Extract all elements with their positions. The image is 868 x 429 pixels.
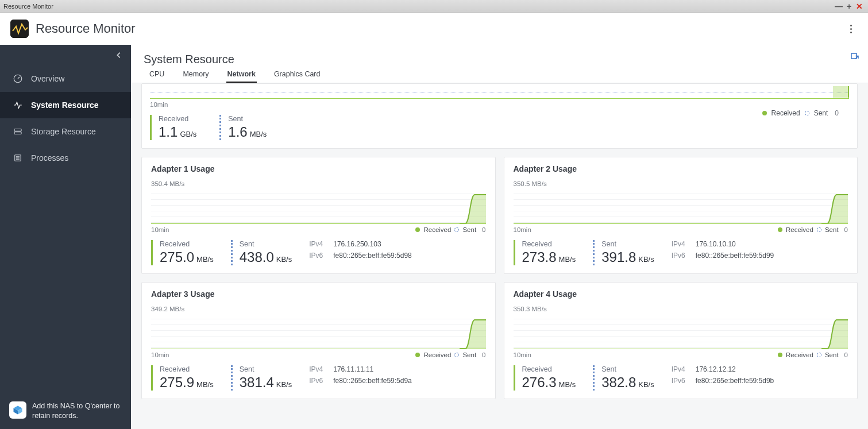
storage-icon (13, 126, 23, 137)
adapter-card: Adapter 1 Usage 350.4 MB/s 10min Receive… (141, 157, 496, 274)
adapter-ip-block: IPv4176.10.10.10 IPv6fe80::265e:beff:fe5… (672, 240, 774, 263)
tab-memory[interactable]: Memory (182, 67, 210, 83)
legend-received-label: Received (423, 226, 451, 233)
legend-received-label: Received (423, 351, 451, 358)
time-axis-label: 10min (150, 101, 168, 108)
adapter-ip-block: IPv4176.12.12.12 IPv6fe80::265e:beff:fe5… (672, 365, 774, 388)
pulse-icon (13, 100, 23, 110)
ipv6-label: IPv6 (672, 377, 689, 385)
detach-icon (850, 52, 860, 62)
adapter-title: Adapter 1 Usage (151, 164, 486, 173)
stat-label: Sent (601, 240, 654, 248)
sidebar-item-overview[interactable]: Overview (0, 65, 131, 92)
stat-value: 275.9 (160, 374, 194, 390)
ipv4-label: IPv4 (672, 365, 689, 373)
stat-value: 273.8 (522, 249, 557, 265)
adapter-sent-stat: Sent 382.8KB/s (593, 365, 654, 391)
ipv6-value: fe80::265e:beff:fe59:5d9a (333, 377, 412, 385)
stat-unit: KB/s (638, 255, 654, 264)
tab-bar: CPU Memory Network Graphics Card (131, 66, 868, 83)
stat-label: Received (522, 240, 576, 248)
stat-value: 276.3 (522, 374, 557, 390)
ipv6-value: fe80::265e:beff:fe59:5d9b (696, 377, 774, 385)
sidebar-item-processes[interactable]: Processes (0, 145, 131, 171)
detach-window-button[interactable] (847, 49, 862, 64)
received-legend-icon (415, 353, 420, 357)
stat-unit: KB/s (276, 380, 292, 389)
stat-unit: MB/s (196, 380, 214, 389)
stat-unit: MB/s (559, 380, 576, 389)
legend-sent-label: Sent (462, 351, 476, 358)
chart-legend: Received Sent 0 (778, 226, 848, 233)
adapter-ip-block: IPv4176.11.11.11 IPv6fe80::265e:beff:fe5… (309, 365, 412, 388)
sent-legend-icon (454, 353, 459, 357)
ipv4-value: 176.11.11.11 (333, 365, 373, 373)
adapter-card: Adapter 4 Usage 350.3 MB/s 10min Receive… (504, 282, 858, 399)
sent-legend-icon (817, 353, 821, 357)
overall-chart (150, 86, 849, 99)
legend-zero-label: 0 (835, 109, 839, 117)
sidebar-collapse-button[interactable] (0, 45, 131, 65)
ipv6-value: fe80::265e:beff:fe59:5d99 (696, 252, 774, 260)
chart-legend: Received Sent 0 (415, 226, 485, 233)
time-axis-label: 10min (151, 351, 169, 358)
sidebar-item-label: Processes (31, 153, 68, 163)
more-menu-button[interactable] (844, 22, 858, 36)
legend-zero-label: 0 (482, 351, 485, 358)
tab-cpu[interactable]: CPU (148, 67, 165, 83)
received-legend-icon (778, 353, 782, 357)
overall-sent-stat: Sent 1.6MB/s (219, 115, 267, 140)
tab-network[interactable]: Network (226, 67, 257, 83)
ipv4-value: 176.16.250.103 (333, 240, 381, 248)
legend-received-label: Received (786, 226, 813, 233)
sidebar-item-storage-resource[interactable]: Storage Resource (0, 118, 131, 145)
legend-sent-label: Sent (462, 226, 476, 233)
page-title: System Resource (131, 45, 868, 66)
stat-label: Received (160, 240, 214, 248)
ipv4-value: 176.12.12.12 (696, 365, 736, 373)
window-titlebar: Resource Monitor — + ✕ (0, 0, 868, 13)
ipv6-label: IPv6 (672, 252, 689, 260)
chart-max-label: 350.3 MB/s (514, 306, 848, 312)
adapter-card: Adapter 3 Usage 349.2 MB/s 10min Receive… (141, 282, 496, 399)
time-axis-label: 10min (514, 351, 531, 358)
time-axis-label: 10min (514, 226, 531, 233)
window-close-button[interactable]: ✕ (854, 2, 865, 11)
stat-value: 438.0 (240, 249, 274, 265)
stat-value: 381.4 (240, 374, 274, 390)
content-scroll[interactable]: 10min Received Sent 0 Received 1.1GB/s (131, 83, 868, 412)
stat-unit: MB/s (196, 255, 214, 264)
chevron-left-icon (115, 51, 123, 59)
chart-legend: Received Sent 0 (762, 109, 839, 117)
adapter-received-stat: Received 273.8MB/s (514, 240, 576, 265)
chart-legend: Received Sent 0 (778, 351, 848, 358)
app-icon (10, 20, 29, 38)
stat-value: 1.6 (228, 124, 247, 140)
sidebar-footer[interactable]: Add this NAS to Q'center to retain recor… (0, 393, 131, 429)
tab-graphics-card[interactable]: Graphics Card (273, 67, 322, 83)
stat-value: 275.0 (160, 249, 194, 265)
window-maximize-button[interactable]: + (844, 2, 854, 11)
stat-label: Received (160, 365, 214, 373)
svg-rect-2 (14, 129, 21, 132)
gauge-icon (13, 74, 23, 84)
received-legend-icon (415, 227, 420, 232)
adapter-chart (514, 314, 848, 349)
stat-label: Sent (228, 115, 267, 123)
window-minimize-button[interactable]: — (834, 2, 844, 11)
chart-max-label: 350.5 MB/s (514, 180, 848, 187)
stat-label: Received (522, 365, 576, 373)
ipv6-value: fe80::265e:beff:fe59:5d98 (333, 252, 412, 260)
sidebar: Overview System Resource Storage Resourc… (0, 45, 131, 429)
ipv6-label: IPv6 (309, 377, 326, 385)
stat-unit: KB/s (638, 380, 654, 389)
svg-rect-3 (14, 132, 21, 134)
sent-legend-icon (817, 227, 821, 232)
legend-zero-label: 0 (844, 351, 848, 358)
received-legend-icon (762, 111, 767, 115)
stat-unit: MB/s (559, 255, 576, 264)
adapter-title: Adapter 3 Usage (151, 289, 486, 299)
stat-unit: MB/s (250, 130, 267, 138)
sidebar-item-system-resource[interactable]: System Resource (0, 92, 131, 118)
time-axis-label: 10min (151, 226, 169, 233)
